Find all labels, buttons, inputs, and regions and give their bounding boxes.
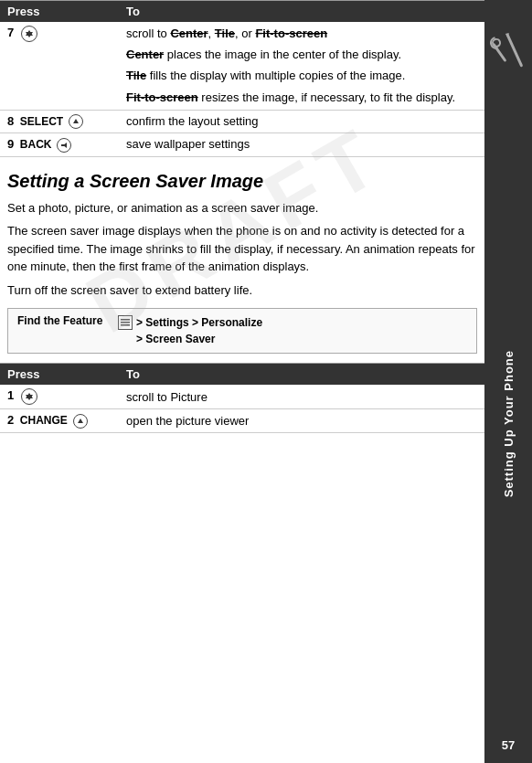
press-cell-7: 7 xyxy=(0,22,119,110)
section-heading: Setting a Screen Saver Image xyxy=(7,170,477,192)
row-number-b2: 2 xyxy=(7,413,14,427)
svg-line-13 xyxy=(507,33,521,66)
table-row: 8 SELECT confirm the layout setting xyxy=(0,110,484,133)
scroll-nav-icon xyxy=(21,26,37,42)
find-feature-path: > Settings > Personalize> Screen Saver xyxy=(136,314,262,347)
to-text-7-center: Center places the image in the center of… xyxy=(126,47,477,63)
svg-marker-10 xyxy=(78,419,83,423)
change-btn-icon xyxy=(73,414,88,429)
sidebar-page-number-area: 57 xyxy=(502,738,515,763)
to-text-7-main: scroll to Center, Tile, or Fit-to-screen xyxy=(126,26,477,42)
to-cell-9: save wallpaper settings xyxy=(119,133,484,157)
tools-icon xyxy=(485,26,532,84)
press-cell-b2: 2 CHANGE xyxy=(0,409,119,433)
scroll-nav-icon-2 xyxy=(21,388,37,405)
svg-marker-2 xyxy=(73,119,79,123)
bottom-table-col2-header: To xyxy=(119,364,484,386)
top-table: Press To 7 scroll to Center, Tile, o xyxy=(0,0,484,157)
body-paragraph-2: The screen saver image displays when the… xyxy=(7,222,477,276)
to-cell-b1: scroll to Picture xyxy=(119,385,484,409)
svg-rect-5 xyxy=(121,319,130,321)
body-paragraph-3: Turn off the screen saver to extend batt… xyxy=(7,281,477,300)
select-btn-icon xyxy=(69,114,83,129)
svg-rect-4 xyxy=(61,144,64,146)
sidebar-vertical-text: Setting Up Your Phone xyxy=(502,350,516,497)
sidebar-icon-area xyxy=(484,0,532,110)
to-text-7-fit: Fit-to-screen resizes the image, if nece… xyxy=(126,90,477,106)
sidebar-text-area: Setting Up Your Phone xyxy=(502,110,516,738)
to-text-7-tile: Tile fills the display with multiple cop… xyxy=(126,68,477,84)
main-content: Press To 7 scroll to Center, Tile, o xyxy=(0,0,484,763)
back-btn-icon xyxy=(57,138,71,153)
to-cell-7: scroll to Center, Tile, or Fit-to-screen… xyxy=(119,22,484,110)
press-cell-8: 8 SELECT xyxy=(0,110,119,133)
press-cell-9: 9 BACK xyxy=(0,133,119,157)
top-table-col1-header: Press xyxy=(0,1,119,23)
find-feature-box: Find the Feature > Settings > Personaliz… xyxy=(7,308,477,354)
top-table-col2-header: To xyxy=(119,1,484,23)
right-sidebar: Setting Up Your Phone 57 xyxy=(484,0,532,763)
svg-rect-6 xyxy=(121,322,130,323)
find-feature-content: > Settings > Personalize> Screen Saver xyxy=(118,314,262,347)
table-row: 1 scroll to Picture xyxy=(0,385,484,409)
find-feature-label: Find the Feature xyxy=(17,314,109,327)
row-number-7: 7 xyxy=(7,26,14,39)
row-number-b1: 1 xyxy=(7,389,14,403)
body-paragraph-1: Set a photo, picture, or animation as a … xyxy=(7,199,477,217)
bottom-table: Press To 1 scroll to Picture xyxy=(0,363,484,433)
to-cell-8: confirm the layout setting xyxy=(119,110,484,133)
table-row: 2 CHANGE open the picture viewer xyxy=(0,409,484,433)
sidebar-page-number: 57 xyxy=(502,738,515,761)
table-row: 9 BACK save wallpaper settings xyxy=(0,133,484,157)
bottom-table-col1-header: Press xyxy=(0,364,119,386)
row-number-9: 9 xyxy=(7,137,14,151)
select-label: SELECT xyxy=(20,115,63,128)
row-number-8: 8 xyxy=(7,114,14,128)
back-label: BACK xyxy=(20,138,52,151)
menu-icon xyxy=(118,315,133,330)
to-cell-b2: open the picture viewer xyxy=(119,409,484,433)
change-label: CHANGE xyxy=(20,414,68,427)
press-cell-b1: 1 xyxy=(0,385,119,409)
svg-rect-7 xyxy=(121,324,130,326)
table-row: 7 scroll to Center, Tile, or Fit-to-scre… xyxy=(0,22,484,110)
